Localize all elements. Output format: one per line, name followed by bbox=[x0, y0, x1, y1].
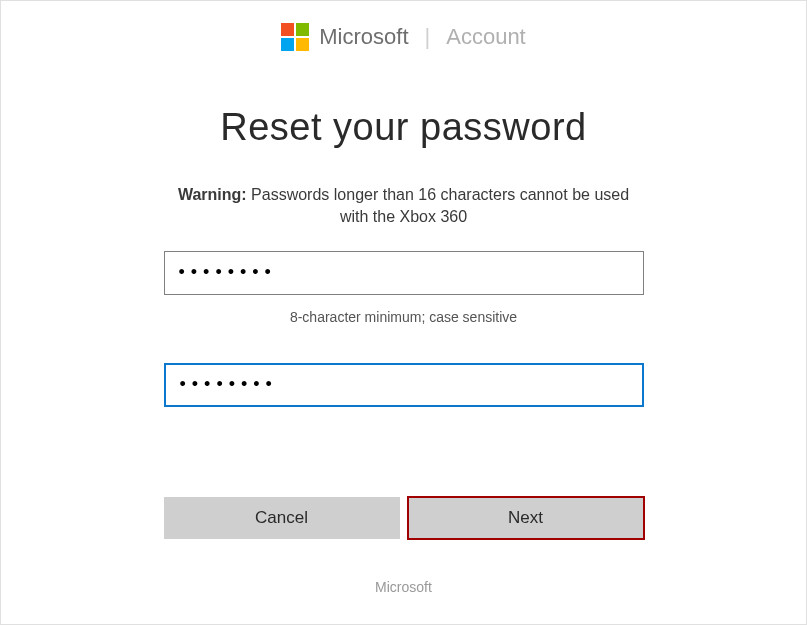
header: Microsoft | Account bbox=[1, 1, 806, 51]
confirm-password-input[interactable] bbox=[164, 363, 644, 407]
page-title: Reset your password bbox=[164, 106, 644, 149]
footer-text: Microsoft bbox=[164, 579, 644, 595]
warning-body: Passwords longer than 16 characters cann… bbox=[247, 186, 629, 225]
button-row: Cancel Next bbox=[164, 497, 644, 539]
confirm-password-field-wrap bbox=[164, 363, 644, 407]
divider-icon: | bbox=[425, 24, 431, 50]
password-hint: 8-character minimum; case sensitive bbox=[164, 309, 644, 325]
new-password-input[interactable] bbox=[164, 251, 644, 295]
cancel-button[interactable]: Cancel bbox=[164, 497, 400, 539]
main-content: Reset your password Warning: Passwords l… bbox=[164, 106, 644, 595]
next-button[interactable]: Next bbox=[408, 497, 644, 539]
password-field-wrap bbox=[164, 251, 644, 295]
brand-label: Microsoft bbox=[319, 24, 408, 50]
warning-text: Warning: Passwords longer than 16 charac… bbox=[164, 184, 644, 229]
microsoft-logo-icon bbox=[281, 23, 309, 51]
section-label: Account bbox=[446, 24, 526, 50]
warning-label: Warning: bbox=[178, 186, 247, 203]
